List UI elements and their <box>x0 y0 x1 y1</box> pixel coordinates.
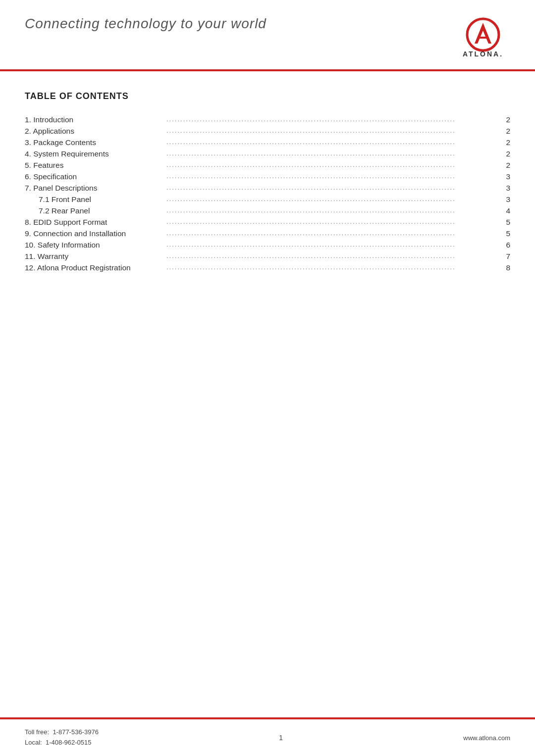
toc-page-number: 2 <box>500 138 510 147</box>
toc-dots-fill <box>166 161 497 168</box>
toc-item-label: 9. Connection and Installation <box>25 229 163 238</box>
toc-dots-fill <box>166 184 497 191</box>
footer-contact: Toll free: 1-877-536-3976 Local: 1-408-9… <box>25 727 99 748</box>
toc-row: 5. Features2 <box>25 161 510 170</box>
toc-page-number: 5 <box>500 218 510 227</box>
toc-page-number: 8 <box>500 263 510 272</box>
toc-row: 9. Connection and Installation5 <box>25 229 510 238</box>
toc-page-number: 4 <box>500 206 510 215</box>
toc-item-label: 2. Applications <box>25 127 163 136</box>
toc-dots-fill <box>166 195 497 202</box>
toc-row: 6. Specification3 <box>25 172 510 181</box>
toc-item-label: 8. EDID Support Format <box>25 218 163 227</box>
toll-free-number: 1-877-536-3976 <box>53 728 99 736</box>
toc-item-label: 12. Atlona Product Registration <box>25 263 163 272</box>
toc-page-number: 3 <box>500 172 510 181</box>
toc-page-number: 2 <box>500 127 510 136</box>
page-header: Connecting technology to your world ATLO… <box>0 0 535 69</box>
toc-item-label: 3. Package Contents <box>25 138 163 147</box>
toc-item-label: 7.2 Rear Panel <box>25 206 163 215</box>
toc-page-number: 2 <box>500 161 510 170</box>
toc-row: 7.1 Front Panel3 <box>25 195 510 204</box>
toc-row: 11. Warranty7 <box>25 252 510 261</box>
page-wrapper: Connecting technology to your world ATLO… <box>0 0 535 756</box>
toc-page-number: 5 <box>500 229 510 238</box>
toc-page-number: 7 <box>500 252 510 261</box>
svg-rect-2 <box>478 37 488 39</box>
toc-row: 1. Introduction2 <box>25 115 510 124</box>
svg-marker-1 <box>475 23 491 44</box>
toll-free-label: Toll free: <box>25 728 49 736</box>
toc-dots-fill <box>166 229 497 237</box>
toc-row: 7.2 Rear Panel4 <box>25 206 510 215</box>
toc-row: 4. System Requirements2 <box>25 150 510 158</box>
toc-item-label: 10. Safety Information <box>25 241 163 250</box>
logo-area: ATLONA. <box>456 16 510 60</box>
local-number: 1-408-962-0515 <box>46 739 92 746</box>
toc-dots-fill <box>166 150 497 157</box>
toc-row: 3. Package Contents2 <box>25 138 510 147</box>
toc-item-label: 5. Features <box>25 161 163 170</box>
footer-page-number: 1 <box>279 734 283 742</box>
toc-item-label: 4. System Requirements <box>25 150 163 158</box>
toc-dots-fill <box>166 218 497 225</box>
toc-dots-fill <box>166 115 497 123</box>
toc-page-number: 3 <box>500 195 510 204</box>
header-tagline-area: Connecting technology to your world <box>25 16 267 32</box>
main-content: TABLE OF CONTENTS 1. Introduction22. App… <box>0 71 535 717</box>
toc-item-label: 7. Panel Descriptions <box>25 184 163 193</box>
toc-title: TABLE OF CONTENTS <box>25 91 510 101</box>
toc-dots-fill <box>166 138 497 146</box>
toc-item-label: 11. Warranty <box>25 252 163 261</box>
toc-item-label: 1. Introduction <box>25 115 163 124</box>
toc-row: 8. EDID Support Format5 <box>25 218 510 227</box>
toc-list: 1. Introduction22. Applications23. Packa… <box>25 115 510 272</box>
toc-dots-fill <box>166 263 497 271</box>
svg-text:ATLONA.: ATLONA. <box>463 50 503 58</box>
footer-website: www.atlona.com <box>463 734 510 742</box>
toc-item-label: 7.1 Front Panel <box>25 195 163 204</box>
toc-page-number: 3 <box>500 184 510 193</box>
toc-page-number: 2 <box>500 115 510 124</box>
toc-row: 7. Panel Descriptions3 <box>25 184 510 193</box>
toc-row: 12. Atlona Product Registration8 <box>25 263 510 272</box>
toc-item-label: 6. Specification <box>25 172 163 181</box>
atlona-logo-icon: ATLONA. <box>456 16 510 60</box>
toc-row: 10. Safety Information6 <box>25 241 510 250</box>
local-label: Local: <box>25 739 42 746</box>
toc-page-number: 2 <box>500 150 510 158</box>
toc-row: 2. Applications2 <box>25 127 510 136</box>
toc-dots-fill <box>166 127 497 134</box>
toc-dots-fill <box>166 241 497 248</box>
toc-dots-fill <box>166 206 497 214</box>
header-tagline: Connecting technology to your world <box>25 16 267 31</box>
toc-page-number: 6 <box>500 241 510 250</box>
toc-dots-fill <box>166 172 497 180</box>
toc-dots-fill <box>166 252 497 259</box>
page-footer: Toll free: 1-877-536-3976 Local: 1-408-9… <box>0 717 535 756</box>
